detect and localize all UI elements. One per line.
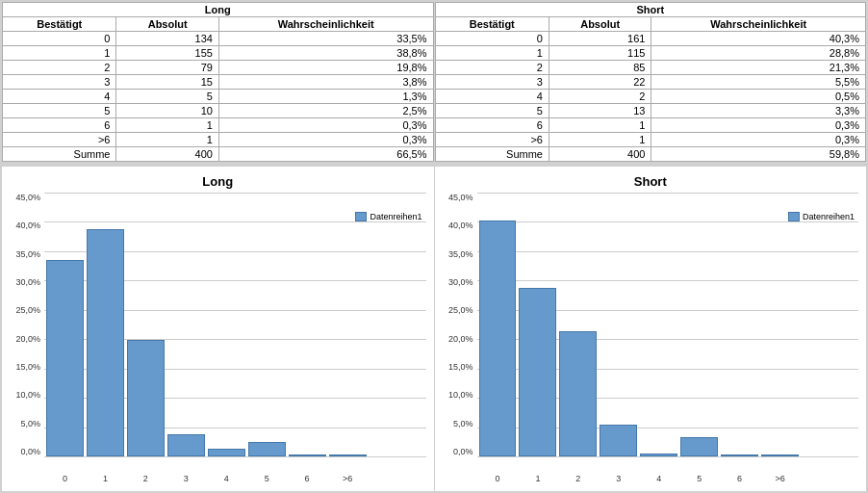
short-y-label: 20,0% [448, 334, 473, 344]
long-bar-group [46, 193, 84, 456]
long-x-label: >6 [329, 474, 367, 483]
table-row: 610,3% [3, 118, 434, 133]
short-y-label: 15,0% [448, 362, 473, 372]
long-bar-2 [127, 340, 165, 456]
long-bar-4 [208, 449, 245, 456]
short-x-label: 1 [519, 474, 556, 483]
short-bar-group [479, 193, 517, 456]
tables-section: Long Bestätigt Absolut Wahrscheinlichkei… [0, 0, 868, 164]
short-y-label: 45,0% [448, 193, 473, 202]
short-x-label: 3 [600, 474, 637, 483]
long-bar-7 [329, 454, 367, 456]
long-chart-container: Long 45,0%40,0%35,0%30,0%25,0%20,0%15,0%… [2, 167, 434, 491]
table-row: >610,3% [3, 133, 434, 147]
long-grid-line [44, 456, 426, 457]
short-grid-line [477, 456, 859, 457]
short-x-label: 0 [479, 474, 517, 483]
short-x-label: 4 [640, 474, 677, 483]
long-bar-group [329, 193, 367, 456]
table-row: 5102,5% [3, 104, 434, 118]
short-y-label: 10,0% [448, 390, 473, 400]
long-y-label: 45,0% [15, 193, 40, 202]
table-row: 013433,5% [3, 32, 434, 46]
short-bar-group [600, 193, 637, 456]
short-legend-color [788, 212, 800, 221]
long-y-label: 35,0% [15, 249, 40, 259]
long-x-label: 0 [46, 474, 84, 483]
table-row: 420,5% [435, 90, 866, 104]
short-bar-5 [680, 437, 718, 456]
short-y-label: 40,0% [448, 221, 473, 230]
table-row: 111528,8% [435, 46, 866, 61]
long-legend-label: Datenreihen1 [370, 212, 421, 221]
short-legend: Datenreihen1 [788, 212, 855, 221]
long-y-label: 15,0% [15, 362, 40, 372]
long-table-wrapper: Long Bestätigt Absolut Wahrscheinlichkei… [2, 2, 434, 162]
table-row: 27919,8% [3, 61, 434, 75]
long-header-wkeit: Wahrscheinlichkeit [218, 17, 433, 32]
short-bar-group [680, 193, 718, 456]
long-bar-1 [87, 229, 124, 456]
summe-row: Summe40066,5% [3, 147, 434, 162]
short-table-wrapper: Short Bestätigt Absolut Wahrscheinlichke… [435, 2, 867, 162]
table-row: 3225,5% [435, 75, 866, 90]
long-table-title: Long [3, 3, 434, 17]
short-chart-container: Short 45,0%40,0%35,0%30,0%25,0%20,0%15,0… [435, 167, 867, 491]
main-container: Long Bestätigt Absolut Wahrscheinlichkei… [0, 0, 868, 493]
short-header-absolut: Absolut [549, 17, 651, 32]
short-bar-7 [761, 454, 799, 456]
long-header-absolut: Absolut [116, 17, 218, 32]
charts-section: Long 45,0%40,0%35,0%30,0%25,0%20,0%15,0%… [0, 165, 868, 493]
short-bar-1 [519, 288, 556, 456]
table-row: >610,3% [435, 133, 866, 147]
long-bar-group [127, 193, 165, 456]
long-bar-group [87, 193, 124, 456]
long-y-label: 0,0% [20, 447, 40, 456]
long-legend-color [355, 212, 367, 221]
short-chart-title: Short [634, 174, 667, 189]
table-row: 451,3% [3, 90, 434, 104]
long-x-label: 6 [289, 474, 326, 483]
short-bar-group [559, 193, 597, 456]
short-y-label: 0,0% [453, 447, 473, 456]
short-bar-group [761, 193, 799, 456]
short-table: Short Bestätigt Absolut Wahrscheinlichke… [435, 2, 867, 162]
long-y-label: 5,0% [20, 419, 40, 428]
table-row: 5133,3% [435, 104, 866, 118]
short-y-label: 25,0% [448, 305, 473, 315]
long-x-label: 5 [248, 474, 286, 483]
short-header-bestatigt: Bestätigt [435, 17, 549, 32]
summe-row: Summe40059,8% [435, 147, 866, 162]
long-x-label: 2 [127, 474, 165, 483]
long-y-label: 40,0% [15, 221, 40, 230]
table-row: 3153,8% [3, 75, 434, 90]
long-x-label: 3 [167, 474, 205, 483]
short-legend-label: Datenreihen1 [803, 212, 855, 221]
long-y-label: 25,0% [15, 305, 40, 315]
short-bar-0 [479, 221, 517, 456]
short-y-label: 35,0% [448, 249, 473, 259]
long-legend-item: Datenreihen1 [355, 212, 421, 221]
short-x-label: 5 [680, 474, 718, 483]
table-row: 016140,3% [435, 32, 866, 46]
long-bar-0 [46, 260, 84, 456]
long-table: Long Bestätigt Absolut Wahrscheinlichkei… [2, 2, 434, 162]
long-bar-6 [289, 454, 326, 456]
long-bar-group [167, 193, 205, 456]
long-bar-5 [248, 442, 286, 456]
short-y-axis: 45,0%40,0%35,0%30,0%25,0%20,0%15,0%10,0%… [443, 193, 477, 474]
long-bar-group [289, 193, 326, 456]
short-y-label: 30,0% [448, 277, 473, 287]
short-x-label: 6 [721, 474, 758, 483]
long-chart-title: Long [202, 174, 233, 189]
long-x-label: 1 [87, 474, 124, 483]
short-bar-3 [600, 425, 637, 456]
long-legend: Datenreihen1 [355, 212, 421, 221]
long-bar-group [208, 193, 245, 456]
short-x-label: 2 [559, 474, 597, 483]
long-bar-3 [167, 434, 205, 456]
table-row: 115538,8% [3, 46, 434, 61]
table-row: 610,3% [435, 118, 866, 133]
long-y-axis: 45,0%40,0%35,0%30,0%25,0%20,0%15,0%10,0%… [10, 193, 44, 474]
short-legend-item: Datenreihen1 [788, 212, 855, 221]
